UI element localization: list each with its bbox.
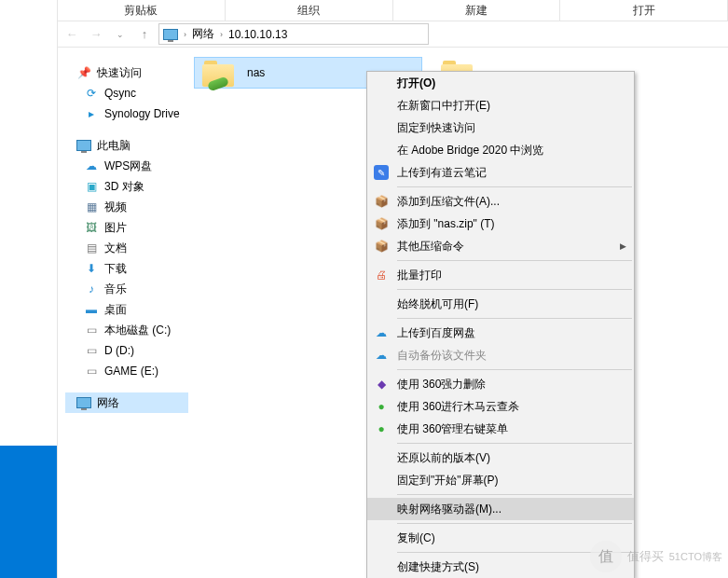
ctx-label: 在 Adobe Bridge 2020 中浏览	[397, 143, 543, 158]
desktop-icon: ▬	[84, 302, 99, 317]
baidu-icon: ☁	[374, 325, 389, 340]
ctx-label: 自动备份该文件夹	[397, 348, 487, 364]
qsync-icon: ⟳	[84, 86, 99, 101]
pin-icon: 📌	[76, 65, 91, 80]
sidebar-item-synology[interactable]: ▸Synology Drive	[65, 103, 188, 124]
ctx-restore[interactable]: 还原以前的版本(V)	[367, 447, 634, 469]
ctx-label: 添加到压缩文件(A)...	[397, 194, 500, 210]
sidebar-label: 网络	[97, 395, 119, 411]
sidebar-item-wps[interactable]: ☁WPS网盘	[65, 156, 188, 176]
monitor-icon	[76, 138, 91, 153]
sidebar-label: 此电脑	[97, 138, 130, 154]
separator	[397, 186, 632, 187]
sidebar-item-qsync[interactable]: ⟳Qsync	[65, 83, 188, 103]
sidebar-label: 音乐	[104, 282, 127, 297]
drive-icon: ▭	[84, 343, 99, 358]
nav-up-button[interactable]: ↑	[134, 24, 155, 45]
sidebar-label: 3D 对象	[104, 179, 144, 195]
nav-forward-button[interactable]: →	[86, 24, 106, 45]
ctx-label: 复制(C)	[397, 530, 435, 546]
nav-recent-button[interactable]: ⌄	[110, 24, 130, 45]
ctx-360-delete[interactable]: ◆使用 360强力删除	[367, 373, 634, 395]
ctx-autobackup: ☁自动备份该文件夹	[367, 344, 634, 366]
sidebar-label: 视频	[104, 200, 127, 215]
sidebar-item-docs[interactable]: ▤文档	[65, 238, 188, 258]
sidebar: 📌快速访问 ⟳Qsync ▸Synology Drive 此电脑 ☁WPS网盘 …	[58, 48, 188, 578]
breadcrumb-ip[interactable]: 10.10.10.13	[228, 28, 287, 41]
sidebar-label: 下载	[104, 261, 127, 277]
ctx-label: 始终脱机可用(F)	[397, 296, 478, 312]
synology-icon: ▸	[84, 106, 99, 121]
ribbon-open[interactable]: 打开	[560, 0, 728, 21]
ctx-add-archive[interactable]: 📦添加到压缩文件(A)...	[367, 190, 634, 213]
cube-icon: ▣	[84, 179, 99, 194]
sidebar-item-downloads[interactable]: ⬇下载	[65, 258, 188, 279]
sidebar-item-quick[interactable]: 📌快速访问	[65, 62, 188, 83]
sidebar-item-desktop[interactable]: ▬桌面	[65, 299, 188, 320]
360-icon: ●	[374, 399, 389, 414]
ctx-open[interactable]: 打开(O)	[367, 72, 634, 94]
separator	[397, 494, 632, 495]
cloud-icon: ☁	[84, 158, 99, 173]
ctx-pin-quick[interactable]: 固定到快速访问	[367, 117, 634, 139]
ctx-label: 其他压缩命令	[397, 239, 464, 255]
sidebar-label: 快速访问	[97, 65, 142, 81]
ctx-label: 使用 360强力删除	[397, 377, 486, 392]
ctx-bridge[interactable]: 在 Adobe Bridge 2020 中浏览	[367, 139, 634, 161]
sidebar-item-video[interactable]: ▦视频	[65, 197, 188, 217]
sidebar-item-localc[interactable]: ▭本地磁盘 (C:)	[65, 320, 188, 340]
baidu-icon: ☁	[374, 348, 389, 363]
sidebar-label: Qsync	[104, 87, 136, 100]
sidebar-label: 文档	[104, 241, 127, 256]
address-box[interactable]: › 网络 › 10.10.10.13	[158, 23, 429, 45]
breadcrumb-root[interactable]: 网络	[192, 26, 214, 42]
sidebar-item-thispc[interactable]: 此电脑	[65, 135, 188, 156]
sidebar-item-dd[interactable]: ▭D (D:)	[65, 340, 188, 361]
sidebar-item-game[interactable]: ▭GAME (E:)	[65, 361, 188, 381]
sidebar-item-pics[interactable]: 🖼图片	[65, 217, 188, 238]
separator	[397, 318, 632, 319]
ctx-new-window[interactable]: 在新窗口中打开(E)	[367, 94, 634, 117]
ribbon-new[interactable]: 新建	[393, 0, 561, 21]
sidebar-item-network[interactable]: 网络	[65, 392, 188, 413]
ctx-label: 上传到有道云笔记	[397, 165, 487, 181]
ctx-batch-print[interactable]: 🖨批量打印	[367, 264, 634, 286]
ctx-youdao[interactable]: ✎上传到有道云笔记	[367, 161, 634, 184]
watermark: 值 值得买 51CTO博客	[590, 541, 722, 572]
network-icon	[76, 395, 91, 410]
sidebar-item-music[interactable]: ♪音乐	[65, 279, 188, 299]
ctx-360-trojan[interactable]: ●使用 360进行木马云查杀	[367, 395, 634, 418]
ctx-label: 固定到"开始"屏幕(P)	[397, 473, 499, 489]
watermark-text: 值得买	[627, 548, 664, 565]
sidebar-label: WPS网盘	[104, 158, 152, 174]
nav-back-button[interactable]: ←	[62, 24, 82, 45]
ctx-pin-start[interactable]: 固定到"开始"屏幕(P)	[367, 469, 634, 491]
ctx-map-drive[interactable]: 映射网络驱动器(M)...	[367, 498, 634, 520]
printer-icon: 🖨	[374, 268, 389, 282]
ctx-baidu[interactable]: ☁上传到百度网盘	[367, 322, 634, 344]
sidebar-label: Synology Drive	[104, 107, 180, 120]
sidebar-label: 图片	[104, 220, 127, 236]
network-icon	[163, 29, 178, 40]
download-icon: ⬇	[84, 261, 99, 276]
context-menu: 打开(O) 在新窗口中打开(E) 固定到快速访问 在 Adobe Bridge …	[366, 71, 635, 578]
ribbon-clipboard[interactable]: 剪贴板	[58, 0, 226, 21]
sidebar-item-3d[interactable]: ▣3D 对象	[65, 176, 188, 197]
watermark-badge-icon: 值	[590, 541, 622, 572]
ctx-360-menu[interactable]: ●使用 360管理右键菜单	[367, 418, 634, 440]
ctx-add-naszip[interactable]: 📦添加到 "nas.zip" (T)	[367, 213, 634, 235]
ctx-other-compress[interactable]: 📦其他压缩命令▶	[367, 235, 634, 257]
sidebar-label: D (D:)	[104, 344, 134, 357]
360-icon: ●	[374, 421, 389, 436]
ribbon-tabs: 剪贴板 组织 新建 打开	[58, 0, 728, 21]
360-icon: ◆	[374, 377, 389, 392]
ctx-label: 批量打印	[397, 268, 442, 283]
ctx-label: 映射网络驱动器(M)...	[397, 502, 501, 517]
ctx-label: 上传到百度网盘	[397, 325, 475, 341]
ribbon-organize[interactable]: 组织	[226, 0, 393, 21]
ctx-label: 打开(O)	[397, 76, 435, 91]
sidebar-label: 本地磁盘 (C:)	[104, 323, 171, 338]
ctx-offline[interactable]: 始终脱机可用(F)	[367, 293, 634, 315]
video-icon: ▦	[84, 200, 99, 214]
ctx-label: 还原以前的版本(V)	[397, 450, 490, 466]
